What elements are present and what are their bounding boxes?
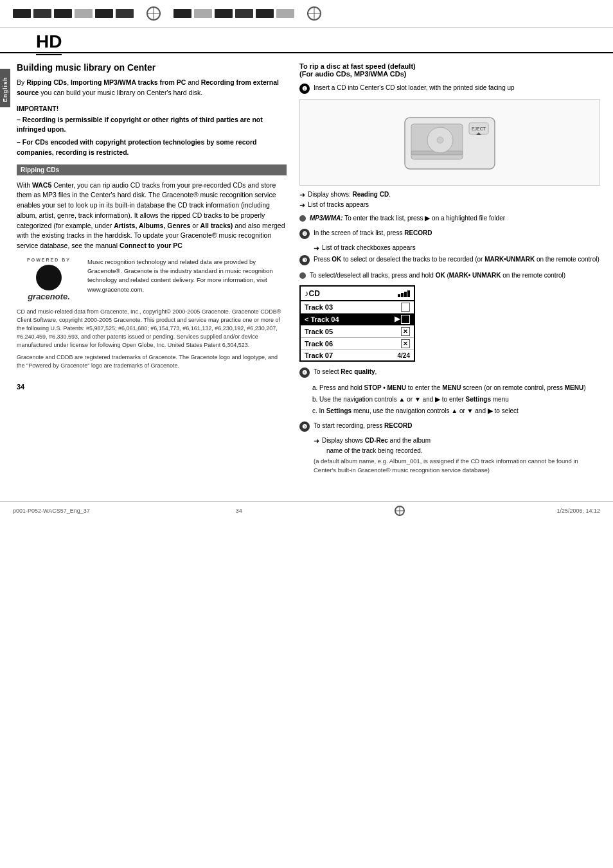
gracenote-circle-icon [36,265,62,290]
arrow-track-name: name of the track being recorded. [314,447,600,454]
track-row-04: < Track 04 ▶ [301,314,414,326]
powered-by-text: POWERED BY [17,258,81,262]
track-header-label: CD [309,289,320,298]
intro-text: By Ripping CDs, Importing MP3/WMA tracks… [17,78,287,98]
bar-block-12 [276,9,294,18]
step-number-4: ❹ [299,368,310,378]
track-row-06: Track 06 [301,338,414,350]
step-2: ❷ In the screen of track list, press REC… [299,228,600,239]
track-06-label: Track 06 [305,340,333,348]
bar-block-11 [256,9,274,18]
svg-text:EJECT: EJECT [472,127,486,131]
cd-device-image: EJECT [299,99,600,186]
bar-block-6 [116,9,134,18]
spacer [314,447,324,454]
arrow-5-text: name of the track being recorded. [326,447,423,454]
step-2-text: In the screen of track list, press RECOR… [314,228,600,238]
gracenote-logo: POWERED BY gracenote. [17,258,81,301]
bar-block-3 [54,9,72,18]
bar-block-4 [75,9,93,18]
track-06-checkbox [401,339,410,348]
arrow-1-text: Display shows: Reading CD. [308,191,391,199]
bar-block-9 [215,9,233,18]
step-5-text: To start recording, press RECORD [314,421,600,430]
step-5: ❺ To start recording, press RECORD [299,421,600,432]
crosshair-bottom [395,506,405,516]
bar-block-7 [173,9,191,18]
bullet-mp3-wma: MP3/WMA: To enter the track list, press … [299,213,600,223]
arrow-track-list: ➜ List of tracks appears [299,201,600,209]
bullet-select-all: To select/deselect all tracks, press and… [299,270,600,280]
page-content: English Building music library on Center… [0,56,613,488]
arrow-2-text: List of tracks appears [308,201,369,209]
play-arrow-icon: ▶ [395,315,400,324]
crosshair-right [307,6,321,21]
step-number-5: ❺ [299,421,310,432]
bar-block-8 [194,9,212,18]
arrow-icon-3: ➜ [314,244,319,252]
language-tab: English [0,69,10,107]
track-row-05: Track 05 [301,326,414,338]
signal-bars-icon [398,290,410,297]
track-table-header: ♪ CD [301,287,414,301]
track-04-checkbox [401,315,410,324]
bar-block-10 [235,9,253,18]
arrow-cd-rec: ➜ Display shows CD-Rec and the album [314,437,600,445]
bottom-bar-right: 1/25/2006, 14:12 [556,508,600,514]
step-3: ❸ Press OK to select or deselect the tra… [299,254,600,265]
track-list-table: ♪ CD Track 03 < Track 04 [299,285,415,362]
gracenote-description: Music recognition technology and related… [87,258,287,294]
bar-block-2 [33,9,51,18]
step-5-note: (a default album name, e.g. Album_001, i… [314,457,600,475]
step-4a: a. Press and hold STOP • MENU to enter t… [312,383,600,393]
right-heading-line2: (For audio CDs, MP3/WMA CDs) [299,70,600,78]
important-line2: – For CDs encoded with copyright protect… [17,137,287,158]
bullet-icon-1 [299,215,306,222]
important-box: IMPORTANT! – Recording is permissible if… [17,105,287,158]
fine-print-1: CD and music-related data from Gracenote… [17,308,287,350]
bullet-1-text: MP3/WMA: To enter the track list, press … [310,213,600,223]
arrow-icon-2: ➜ [299,201,305,209]
track-05-label: Track 05 [305,328,333,335]
important-line1: – Recording is permissible if copyright … [17,115,287,136]
section-heading-building: Building music library on Center [17,62,287,73]
step-1: ❶ Insert a CD into Center's CD slot load… [299,83,600,94]
gracenote-name: gracenote. [17,292,81,301]
arrow-checkboxes: ➜ List of track checkboxes appears [314,244,600,252]
page-number: 34 [17,383,287,391]
step-4-text: To select Rec quality, [314,367,600,376]
arrow-icon-4: ➜ [314,437,319,445]
arrow-4-text: Display shows CD-Rec and the album [322,437,431,445]
arrow-3-text: List of track checkboxes appears [322,244,416,252]
right-heading-area: To rip a disc at fast speed (default) (F… [299,62,600,78]
crosshair-left [147,6,161,21]
step-4c: c. In Settings menu, use the navigation … [312,406,600,416]
top-bar-right-blocks [173,9,294,18]
track-07-counter: 4/24 [398,352,410,359]
bar-block-5 [95,9,113,18]
fine-print-2: Gracenote and CDDB are registered tradem… [17,353,287,370]
arrow-icon-1: ➜ [299,191,305,199]
step-4: ❹ To select Rec quality, [299,367,600,378]
bottom-bar: p001-P052-WACS57_Eng_37 34 1/25/2006, 14… [0,501,613,520]
track-03-checkbox [401,303,410,312]
svg-point-4 [437,137,443,143]
bottom-bar-left: p001-P052-WACS57_Eng_37 [13,508,90,514]
gracenote-section: POWERED BY gracenote. Music recognition … [17,258,287,301]
step-number-3: ❸ [299,255,310,265]
track-row-07: Track 07 4/24 [301,350,414,360]
track-05-checkbox [401,327,410,336]
ripping-cds-bar: Ripping CDs [17,164,287,175]
important-label: IMPORTANT! [17,105,287,112]
bar-block-1 [13,9,31,18]
step-number-1: ❶ [299,84,310,94]
step-3-text: Press OK to select or deselect the track… [314,254,600,264]
track-03-label: Track 03 [305,303,333,311]
track-04-label: < Track 04 [305,315,339,323]
right-heading-line1: To rip a disc at fast speed (default) [299,62,600,70]
bullet-icon-2 [299,272,306,279]
step-4b: b. Use the navigation controls ▲ or ▼ an… [312,394,600,404]
bullet-2-text: To select/deselect all tracks, press and… [310,270,600,280]
right-column: To rip a disc at fast speed (default) (F… [299,62,600,475]
top-bar-left-blocks [13,9,134,18]
